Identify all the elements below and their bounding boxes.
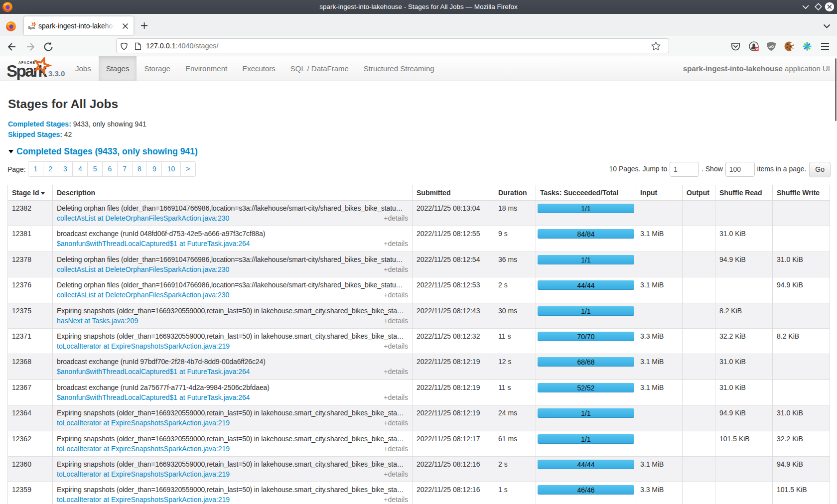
svg-text:Spark: Spark [7, 62, 47, 80]
svg-text:uO: uO [768, 44, 774, 49]
